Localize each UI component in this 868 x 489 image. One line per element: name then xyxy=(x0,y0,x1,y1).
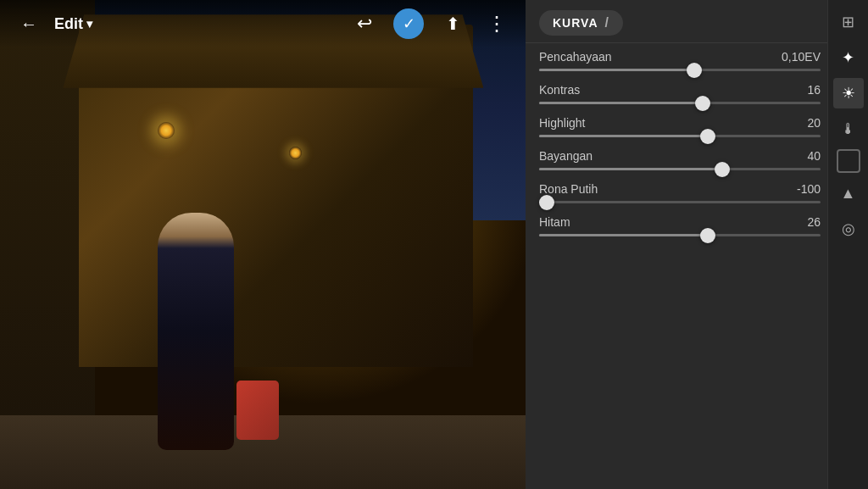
share-button[interactable]: ⬆ xyxy=(437,8,468,39)
kurva-label: KURVA xyxy=(553,16,598,30)
slider-bayangan: Bayangan 40 xyxy=(539,149,821,170)
toolbar-title: Edit ▾ xyxy=(54,15,92,33)
more-button[interactable]: ⋮ xyxy=(481,8,512,39)
slider-rona-putih: Rona Putih -100 xyxy=(539,182,821,203)
slider-hitam: Hitam 26 xyxy=(539,215,821,236)
kurva-header: KURVA / xyxy=(526,0,868,43)
layers-icon[interactable]: ⊞ xyxy=(833,7,864,37)
enhance-icon[interactable]: ✦ xyxy=(833,42,864,73)
undo-button[interactable]: ↩ xyxy=(349,8,380,39)
slider-track-rona-putih[interactable] xyxy=(539,201,821,203)
slider-track-hitam[interactable] xyxy=(539,234,821,236)
slider-highlight: Highlight 20 xyxy=(539,116,821,137)
light-icon[interactable]: ☀ xyxy=(833,78,864,108)
photo-suitcase xyxy=(236,381,279,440)
check-button[interactable]: ✓ xyxy=(393,8,424,39)
photo-background xyxy=(0,0,526,489)
photo-lights2 xyxy=(289,147,302,159)
photo-area: ← Edit ▾ ↩ ✓ ⬆ ⋮ xyxy=(0,0,526,489)
edit-label: Edit xyxy=(54,15,83,33)
slider-value-bayangan: 40 xyxy=(778,149,821,163)
slider-value-pencahayaan: 0,10EV xyxy=(778,50,821,64)
right-panel: KURVA / Pencahayaan 0,10EV Kontras 16 xyxy=(526,0,868,489)
sliders-area: Pencahayaan 0,10EV Kontras 16 Highlight xyxy=(526,43,868,489)
toolbar-actions: ↩ ✓ ⬆ ⋮ xyxy=(349,8,512,39)
slider-label-pencahayaan: Pencahayaan xyxy=(539,50,612,64)
detail-icon[interactable]: ◎ xyxy=(833,214,864,244)
slider-pencahayaan: Pencahayaan 0,10EV xyxy=(539,50,821,71)
slider-value-hitam: 26 xyxy=(778,215,821,229)
slider-track-highlight[interactable] xyxy=(539,135,821,137)
slider-kontras: Kontras 16 xyxy=(539,83,821,104)
slider-track-pencahayaan[interactable] xyxy=(539,69,821,71)
vignette-icon[interactable] xyxy=(837,149,860,173)
slider-value-rona-putih: -100 xyxy=(778,182,821,196)
slider-label-hitam: Hitam xyxy=(539,215,570,229)
photo-person xyxy=(158,213,234,450)
slider-value-kontras: 16 xyxy=(778,83,821,97)
slider-value-highlight: 20 xyxy=(778,116,821,130)
kurva-button[interactable]: KURVA / xyxy=(539,10,623,36)
triangle-icon[interactable]: ▲ xyxy=(833,178,864,208)
toolbar: ← Edit ▾ ↩ ✓ ⬆ ⋮ xyxy=(0,0,526,47)
side-icons-panel: ⊞ ✦ ☀ 🌡 ▲ ◎ xyxy=(827,0,868,489)
color-temp-icon[interactable]: 🌡 xyxy=(833,114,864,144)
slider-track-kontras[interactable] xyxy=(539,102,821,104)
dropdown-icon[interactable]: ▾ xyxy=(86,17,92,31)
slider-label-bayangan: Bayangan xyxy=(539,149,593,163)
slider-label-highlight: Highlight xyxy=(539,116,585,130)
slider-track-bayangan[interactable] xyxy=(539,168,821,170)
slider-label-kontras: Kontras xyxy=(539,83,580,97)
back-button[interactable]: ← xyxy=(14,8,44,39)
kurva-curve-icon: / xyxy=(605,15,609,31)
slider-label-rona-putih: Rona Putih xyxy=(539,182,598,196)
